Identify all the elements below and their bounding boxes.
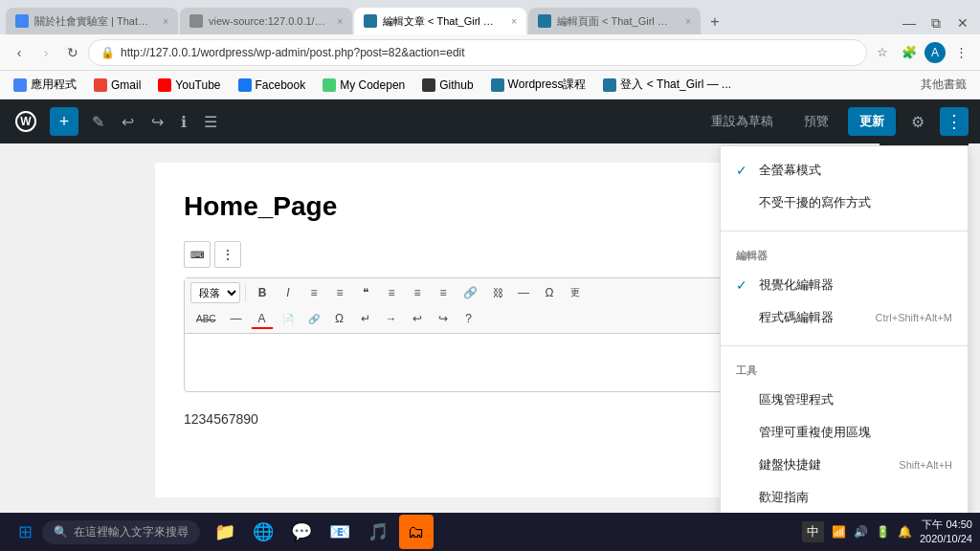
link-button[interactable]: 🔗 (457, 282, 483, 303)
tab-2[interactable]: view-source:127.0.0.1/wordpre... × (180, 8, 352, 34)
blockquote-button[interactable]: ❝ (354, 282, 377, 303)
reload-button[interactable]: ↻ (61, 41, 84, 64)
block-type-button[interactable]: ⌨ (184, 241, 211, 268)
taskbar: ⊞ 🔍 在這裡輸入文字來搜尋 📁 🌐 💬 📧 🎵 🗂 中 📶 🔊 🔋 🔔 下午 … (0, 513, 980, 551)
bold-button[interactable]: B (251, 282, 274, 303)
more-tools-button[interactable]: ⋮ 更多工具及設定 (940, 107, 969, 136)
dropdown-fullscreen[interactable]: ✓ 全螢幕模式 (721, 154, 968, 187)
unlink-button[interactable]: ⛓ (486, 282, 509, 303)
restore-button[interactable]: ⧉ (924, 11, 947, 34)
dropdown-keyboard-shortcuts[interactable]: 鍵盤快捷鍵 Shift+Alt+H (721, 449, 968, 481)
wp-redo-icon[interactable]: ↪ (147, 109, 167, 135)
taskbar-media[interactable]: 🎵 (361, 515, 395, 549)
taskbar-input-method[interactable]: 中 (802, 521, 824, 542)
bookmark-wp-course-label: Wordpress課程 (508, 77, 587, 93)
special-chars-button[interactable]: Ω (538, 282, 561, 303)
tab-1[interactable]: 關於社會實驗室 | That_Girl × (6, 8, 178, 34)
nav-bar: ‹ › ↻ 🔒 http://127.0.0.1/wordpress/wp-ad… (0, 34, 980, 71)
bookmark-wordpress-course[interactable]: Wordpress課程 (485, 75, 592, 95)
more-btn[interactable]: — (512, 282, 535, 303)
hr-button[interactable]: — (225, 308, 248, 329)
ol-button[interactable]: ≡ (328, 282, 351, 303)
profile-icon[interactable]: A (924, 42, 946, 63)
bookmark-codepen[interactable]: My Codepen (317, 77, 411, 94)
windows-start-button[interactable]: ⊞ (8, 515, 42, 549)
text-color-button[interactable]: A (251, 308, 274, 329)
keyboard-shortcuts-label: 鍵盤快捷鍵 (759, 456, 821, 474)
gmail-icon (94, 78, 107, 92)
wp-edit-icon[interactable]: ✎ (88, 109, 108, 135)
dropdown-visual-editor[interactable]: ✓ 視覺化編輯器 (721, 269, 968, 301)
italic-button[interactable]: I (277, 282, 300, 303)
outdent-button[interactable]: ↵ (354, 308, 377, 329)
paragraph-select[interactable]: 段落 (190, 282, 240, 303)
taskbar-search[interactable]: 🔍 在這裡輸入文字來搜尋 (42, 520, 200, 544)
bookmark-login[interactable]: 登入 < That_Girl — ... (597, 75, 737, 95)
lock-icon: 🔒 (100, 46, 115, 59)
browser-menu-icon[interactable]: ⋮ (949, 41, 972, 64)
minimize-button[interactable]: — (898, 11, 921, 34)
taskbar-battery-icon[interactable]: 🔋 (876, 525, 890, 539)
classic-editor-content[interactable] (185, 334, 795, 391)
tab-3[interactable]: 編輯文章 < That_Girl — WordPr... × (354, 8, 526, 34)
taskbar-mail[interactable]: 📧 (323, 515, 357, 549)
taskbar-app-6[interactable]: 🗂 (399, 515, 434, 549)
dropdown-block-manager[interactable]: 區塊管理程式 (721, 384, 968, 416)
reset-draft-button[interactable]: 重設為草稿 (700, 107, 785, 136)
bookmark-github[interactable]: Github (416, 77, 479, 94)
strikethrough-button[interactable]: ABC (190, 308, 222, 329)
paste-text-button[interactable]: 📄 (277, 308, 300, 329)
tab-bar: 關於社會實驗室 | That_Girl × view-source:127.0.… (0, 0, 980, 34)
indent-button[interactable]: 更 (564, 282, 587, 303)
bookmark-star-icon[interactable]: ☆ (871, 41, 894, 64)
align-left-button[interactable]: ≡ (380, 282, 403, 303)
search-icon: 🔍 (54, 525, 68, 539)
help-button[interactable]: ? (457, 308, 480, 329)
wp-logo[interactable]: W (11, 107, 40, 136)
ul-button[interactable]: ≡ (302, 282, 325, 303)
taskbar-file-explorer[interactable]: 📁 (208, 515, 242, 549)
tab-3-close[interactable]: × (511, 16, 517, 27)
preview-button[interactable]: 預覽 (792, 107, 840, 136)
indent2-button[interactable]: → (380, 308, 403, 329)
code-editor-shortcut: Ctrl+Shift+Alt+M (876, 312, 952, 323)
bookmark-youtube[interactable]: YouTube (152, 77, 226, 94)
tab-4-close[interactable]: × (685, 16, 691, 27)
close-button[interactable]: ✕ (951, 11, 974, 34)
tab-4[interactable]: 編輯頁面 < That_Girl — WordPr... × (528, 8, 701, 34)
bookmark-apps[interactable]: 應用程式 (8, 75, 82, 95)
taskbar-volume-icon[interactable]: 🔊 (854, 525, 868, 539)
address-bar[interactable]: 🔒 http://127.0.0.1/wordpress/wp-admin/po… (88, 39, 867, 66)
link2-button[interactable]: 🔗 (302, 308, 325, 329)
bookmark-facebook[interactable]: Facebook (233, 77, 312, 94)
back-button[interactable]: ‹ (8, 41, 31, 64)
block-options-button[interactable]: ⋮ (214, 241, 241, 268)
forward-button[interactable]: › (34, 41, 57, 64)
taskbar-chat[interactable]: 💬 (284, 515, 319, 549)
update-button[interactable]: 更新 (848, 107, 896, 136)
taskbar-notification-icon[interactable]: 🔔 (898, 525, 912, 539)
extension-icon[interactable]: 🧩 (898, 41, 921, 64)
wp-info-icon[interactable]: ℹ (177, 109, 190, 135)
dropdown-code-editor[interactable]: 程式碼編輯器 Ctrl+Shift+Alt+M (721, 301, 968, 334)
align-right-button[interactable]: ≡ (432, 282, 455, 303)
align-center-button[interactable]: ≡ (406, 282, 429, 303)
tab-2-close[interactable]: × (337, 16, 343, 27)
wp-list-icon[interactable]: ☰ (200, 109, 221, 135)
more-bookmarks-button[interactable]: 其他書籤 (915, 75, 972, 95)
tab-1-close[interactable]: × (163, 16, 168, 27)
taskbar-network-icon[interactable]: 📶 (832, 525, 846, 539)
dropdown-distraction-free[interactable]: 不受干擾的寫作方式 (721, 187, 968, 219)
bookmark-gmail[interactable]: Gmail (88, 77, 146, 94)
undo-button[interactable]: ↩ (406, 308, 429, 329)
dropdown-welcome-guide[interactable]: 歡迎指南 (721, 481, 968, 514)
taskbar-browser[interactable]: 🌐 (246, 515, 280, 549)
wp-undo-icon[interactable]: ↩ (118, 109, 138, 135)
gear-button[interactable]: ⚙ (903, 107, 932, 136)
taskbar-time-display: 下午 04:50 (920, 518, 972, 532)
wp-new-button[interactable]: + (50, 107, 78, 136)
redo-button[interactable]: ↪ (432, 308, 455, 329)
dropdown-reusable-blocks[interactable]: 管理可重複使用區塊 (721, 416, 968, 449)
new-tab-button[interactable]: + (702, 10, 727, 34)
omega-button[interactable]: Ω (328, 308, 351, 329)
